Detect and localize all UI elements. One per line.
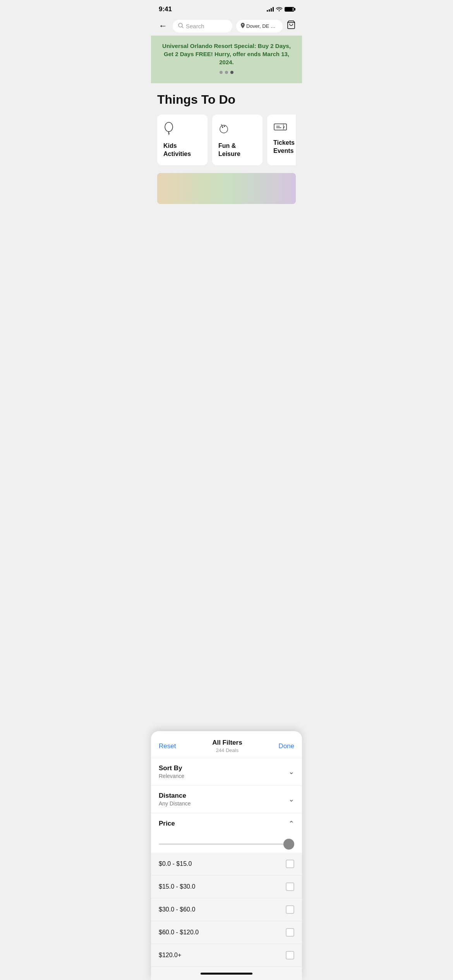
status-bar: 9:41 — [151, 0, 302, 16]
image-strip — [157, 173, 296, 204]
svg-point-4 — [220, 125, 228, 133]
location-pin-icon — [241, 23, 245, 29]
battery-icon — [285, 7, 294, 12]
svg-point-6 — [224, 126, 225, 127]
search-bar[interactable]: Search — [173, 20, 232, 33]
svg-rect-7 — [274, 124, 287, 130]
back-button[interactable]: ← — [157, 19, 169, 33]
svg-line-1 — [182, 27, 183, 28]
location-bar[interactable]: Dover, DE 199... — [236, 20, 283, 33]
search-placeholder: Search — [186, 23, 204, 29]
svg-point-3 — [165, 122, 173, 132]
status-time: 9:41 — [159, 5, 172, 13]
main-content: Things To Do Kids Activities — [151, 83, 302, 210]
promo-dot-3 — [230, 71, 233, 74]
category-label-kids: Kids Activities — [163, 142, 201, 158]
promo-banner[interactable]: Universal Orlando Resort Special: Buy 2 … — [151, 36, 302, 83]
promo-dots — [159, 71, 294, 74]
category-grid: Kids Activities Fun & Leisure — [157, 115, 296, 167]
page-title: Things To Do — [157, 93, 296, 107]
promo-text: Universal Orlando Resort Special: Buy 2 … — [159, 42, 294, 66]
bowling-icon — [218, 122, 256, 137]
status-icons — [267, 6, 294, 12]
search-icon — [178, 23, 184, 29]
signal-icon — [267, 7, 274, 12]
category-card-kids[interactable]: Kids Activities — [157, 115, 208, 165]
location-text: Dover, DE 199... — [246, 23, 277, 29]
promo-dot-2 — [225, 71, 228, 74]
category-card-fun[interactable]: Fun & Leisure — [212, 115, 263, 165]
category-label-tickets: Tickets & Events — [273, 139, 296, 155]
cart-button[interactable] — [287, 20, 296, 32]
balloon-icon — [163, 122, 201, 137]
wifi-icon — [276, 6, 282, 12]
category-label-fun: Fun & Leisure — [218, 142, 256, 158]
header: ← Search Dover, DE 199... — [151, 16, 302, 36]
ticket-icon — [273, 122, 296, 134]
promo-dot-1 — [220, 71, 223, 74]
category-card-tickets[interactable]: Tickets & Events — [267, 115, 296, 165]
